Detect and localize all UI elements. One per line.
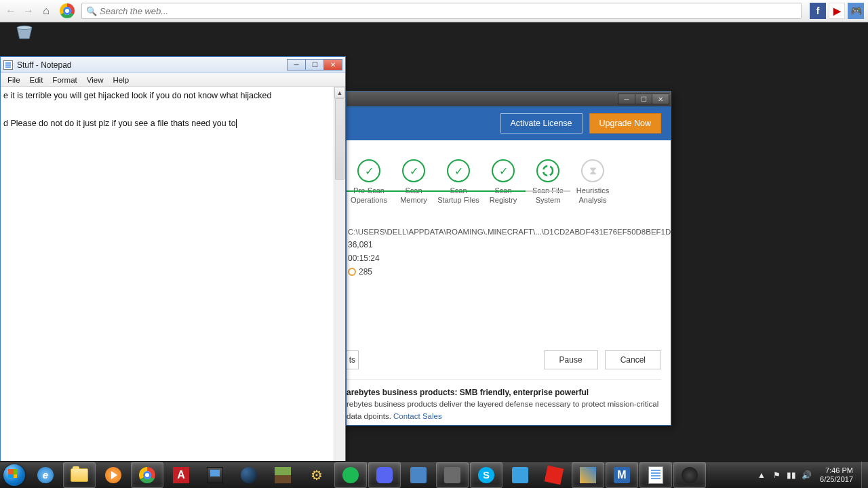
mbam-maximize-button[interactable]: ☐ [635,94,652,104]
notepad-titlebar[interactable]: Stuff - Notepad ─ ☐ ✕ [1,57,345,73]
extension-icons: f ▶ 🎮 [810,3,864,19]
tb-malwarebytes[interactable] [606,462,638,488]
scan-elapsed-time: 00:15:24 [347,253,671,263]
cancel-button[interactable]: Cancel [605,350,661,369]
notepad-minimize-button[interactable]: ─ [287,59,306,70]
step-registry-label: Scan Registry [482,186,524,205]
notepad-close-button[interactable]: ✕ [323,59,342,70]
step-heuristics-label: Heuristics Analysis [572,186,614,205]
upgrade-now-button[interactable]: Upgrade Now [589,113,661,134]
step-startup-icon: ✓ [447,159,470,182]
scroll-up-button[interactable]: ▲ [334,87,345,98]
search-input[interactable] [100,6,797,16]
tb-roblox[interactable] [538,462,570,488]
tb-notepad[interactable] [639,462,672,488]
tb-app3[interactable] [504,462,536,488]
mbam-minimize-button[interactable]: ─ [618,94,635,104]
clock-time: 7:46 PM [820,466,853,475]
nav-back-button[interactable]: ← [4,4,18,18]
pause-button[interactable]: Pause [544,350,598,369]
notepad-window: Stuff - Notepad ─ ☐ ✕ File Edit Format V… [0,56,346,482]
tray-network-icon[interactable]: ▮▮ [786,470,797,481]
notepad-maximize-button[interactable]: ☐ [305,59,324,70]
menu-edit[interactable]: Edit [26,75,47,85]
notepad-title: Stuff - Notepad [17,60,288,70]
adobe-icon: A [173,467,189,483]
mbam-header: Activate License Upgrade Now [347,106,671,140]
roblox-icon [545,465,564,484]
tb-explorer[interactable] [63,462,96,488]
paint-icon [580,467,596,483]
menu-help[interactable]: Help [109,75,134,85]
contact-sales-link[interactable]: Contact Sales [393,412,442,420]
malwarebytes-icon [614,467,630,483]
activate-license-button[interactable]: Activate License [500,113,583,134]
search-box[interactable]: 🔍 [81,3,802,19]
menu-file[interactable]: File [3,75,24,85]
tb-adobe[interactable]: A [165,462,197,488]
search-icon: 🔍 [86,6,97,16]
tb-steam[interactable] [233,462,265,488]
threat-badge-icon [348,268,356,276]
scroll-thumb[interactable] [335,98,344,180]
tb-ie[interactable] [29,462,62,488]
tb-save[interactable] [199,462,231,488]
app-icon [410,467,427,483]
notepad-menubar: File Edit Format View Help [1,73,345,87]
tb-app1[interactable] [402,462,435,488]
clock-date: 6/25/2017 [820,475,853,484]
step-heuristics-icon: ⧗ [581,159,604,182]
show-desktop-button[interactable] [861,462,868,489]
mbam-titlebar[interactable]: ─ ☐ ✕ [347,92,671,106]
wmp-icon [105,467,121,483]
nav-forward-button[interactable]: → [22,4,35,18]
gear-icon: ⚙ [309,467,325,483]
mbam-close-button[interactable]: ✕ [652,94,669,104]
recycle-bin-icon[interactable] [12,25,37,40]
tb-chrome[interactable] [131,462,163,488]
youtube-icon[interactable]: ▶ [829,3,845,19]
vertical-scrollbar[interactable]: ▲ ▼ [334,87,345,481]
notepad-icon [648,466,663,484]
step-prescan-icon: ✓ [357,159,380,182]
tb-discord[interactable] [368,462,401,488]
notepad-text[interactable]: e it is terrible you will get hijacked l… [1,87,345,133]
taskbar: A ⚙ S ▲ ⚑ ▮▮ 🔊 7:46 PM 6/25/2017 [0,461,868,488]
tb-skype[interactable]: S [470,462,502,488]
spotify-icon [342,467,359,483]
scan-steps: ✓ Pre-Scan Operations ✓ Scan Memory ✓ Sc… [347,140,671,225]
tray-volume-icon[interactable]: 🔊 [801,470,812,481]
tray-flag-icon[interactable]: ⚑ [771,470,782,481]
text-cursor [236,119,237,128]
notepad-app-icon [3,60,13,70]
tb-spotify[interactable] [334,462,367,488]
taskbar-clock[interactable]: 7:46 PM 6/25/2017 [816,466,857,483]
mbam-body: ✓ Pre-Scan Operations ✓ Scan Memory ✓ Sc… [347,140,671,425]
skype-icon: S [478,467,494,483]
tb-app2[interactable] [436,462,469,488]
tb-minecraft[interactable] [267,462,299,488]
step-memory-icon: ✓ [402,159,425,182]
tb-settings[interactable]: ⚙ [300,462,333,488]
ie-icon [37,467,54,483]
step-filesystem-label: Scan File System [527,186,569,205]
home-button[interactable]: ⌂ [39,4,53,18]
promo-panel: arebytes business products: SMB friendly… [347,379,661,422]
tb-paint[interactable] [572,462,604,488]
chrome-icon [60,3,75,18]
game-icon[interactable]: 🎮 [848,3,864,19]
minecraft-icon [275,467,291,483]
desktop[interactable]: ─ ☐ ✕ Activate License Upgrade Now ✓ Pre… [0,22,868,461]
step-startup-label: Scan Startup Files [437,186,479,205]
menu-view[interactable]: View [83,75,108,85]
tray-overflow-icon[interactable]: ▲ [756,470,767,481]
notepad-editor[interactable]: e it is terrible you will get hijacked l… [1,87,345,481]
start-button[interactable] [0,462,28,489]
facebook-icon[interactable]: f [810,3,826,19]
tb-obs[interactable] [673,462,706,488]
tb-wmp[interactable] [97,462,130,488]
step-prescan-label: Pre-Scan Operations [348,186,390,205]
app-icon [444,467,460,483]
disk-icon [207,467,223,483]
menu-format[interactable]: Format [48,75,81,85]
